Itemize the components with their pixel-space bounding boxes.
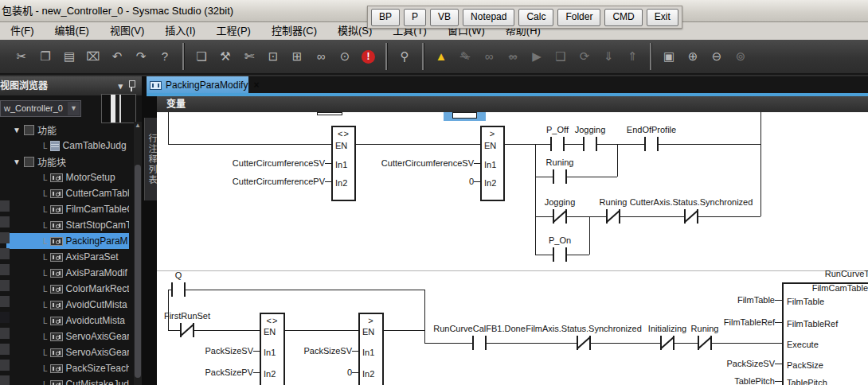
zoom-fit-icon[interactable]: ▣ (657, 45, 681, 68)
contact-label[interactable]: CutterAxis.Status.Synchronized (630, 197, 753, 207)
scroll-up-icon[interactable]: ▲ (134, 122, 142, 130)
fb-instance-name[interactable]: RunCurveT (825, 269, 868, 278)
contact-label[interactable]: Runing (691, 324, 719, 333)
offline-mode-icon[interactable]: ⚲ (393, 45, 416, 68)
sidebar-scrollbar[interactable]: ▲ (134, 122, 142, 385)
edit-disabled-icon[interactable]: ✎ (453, 45, 477, 68)
tree-item-CutterCamTabl[interactable]: LCutterCamTabl (6, 185, 129, 201)
tree-item-ColorMarkRect[interactable]: LColorMarkRect (6, 281, 129, 297)
clipped-element[interactable] (317, 112, 342, 115)
tree-item-MotorSetup[interactable]: LMotorSetup (6, 169, 129, 185)
launcher-button-folder[interactable]: Folder (557, 9, 600, 26)
compare-function-block[interactable]: <>ENIn1In2 (331, 126, 356, 201)
controller-select[interactable]: w_Controller_0 ▼ (0, 100, 81, 117)
launcher-button-exit[interactable]: Exit (647, 9, 678, 26)
launcher-button-notepad[interactable]: Notepad (463, 9, 514, 26)
help-icon[interactable]: ? (153, 45, 177, 68)
delete-icon[interactable]: ⌧ (81, 45, 105, 68)
contact-label[interactable]: Jogging (575, 125, 606, 134)
redo-icon[interactable]: ↷ (129, 45, 153, 68)
operand-label[interactable]: PackSizeSV (205, 346, 253, 356)
scrollbar-thumb[interactable] (135, 165, 141, 378)
layers-icon[interactable]: ❑ (549, 45, 573, 68)
cut-icon[interactable]: ✂ (10, 45, 33, 68)
close-icon[interactable]: × (253, 80, 259, 91)
tree-item-PackSizeTeach[interactable]: LPackSizeTeach (6, 360, 129, 376)
monitor-warning-icon[interactable]: ▲ (429, 45, 453, 68)
copy-icon[interactable]: ❐ (33, 45, 57, 68)
tree-item-CutMistakeJud[interactable]: LCutMistakeJud (6, 376, 129, 385)
tree-item-AxisParaModif[interactable]: LAxisParaModif (6, 265, 129, 281)
contact-label[interactable]: Runing (546, 158, 574, 167)
paste-icon[interactable]: ▤ (57, 45, 81, 68)
transfer-to-controller-icon[interactable]: ⇓ (596, 45, 620, 68)
operand-label[interactable]: CutterCircumferenceSV (381, 158, 474, 168)
operand-label[interactable]: PackSizeSV (303, 346, 352, 356)
tab-packingparamodify[interactable]: PackingParaModify × (147, 76, 248, 94)
search-icon[interactable]: ⊙ (333, 45, 357, 68)
contact-label[interactable]: P_On (549, 235, 571, 245)
tree-item-AvoidcutMista[interactable]: LAvoidcutMista (6, 313, 129, 329)
window-icon[interactable]: ❏ (190, 45, 213, 68)
contact-label[interactable]: FirstRunSet (164, 311, 210, 321)
contact-label[interactable]: Initializing (648, 324, 686, 333)
tree-item-ServoAxisGearI[interactable]: LServoAxisGearI (6, 329, 129, 344)
operand-label[interactable]: TablePitch (734, 376, 775, 385)
undo-icon[interactable]: ↶ (105, 45, 129, 68)
contact-label[interactable]: Q (175, 270, 182, 280)
tree-item-FilmCamTableC[interactable]: LFilmCamTableC (6, 201, 129, 217)
launcher-button-vb[interactable]: VB (430, 9, 459, 26)
syntax-check-icon[interactable]: ∞ (309, 45, 333, 68)
tree-item-CamTableJudg[interactable]: LCamTableJudg (6, 138, 129, 154)
chevron-down-icon[interactable]: ▼ (68, 102, 80, 115)
operand-label[interactable]: CutterCircumferencePV (233, 177, 325, 186)
menu-item-5[interactable]: 控制器(C) (261, 22, 327, 40)
run-icon[interactable]: ▶ (525, 45, 549, 68)
tree-item-AxisParaSet[interactable]: LAxisParaSet (6, 249, 129, 265)
launcher-button-p[interactable]: P (404, 9, 426, 26)
operand-label[interactable]: PackSizePV (205, 368, 253, 377)
operand-label[interactable]: FilmTable (737, 295, 775, 305)
chevron-down-icon[interactable]: ▾ (118, 76, 123, 95)
build-icon[interactable]: ⚒ (213, 45, 237, 68)
menu-item-1[interactable]: 编辑(E) (45, 22, 100, 40)
clipped-element[interactable] (452, 112, 477, 119)
menu-item-4[interactable]: 工程(P) (206, 22, 261, 40)
launcher-button-calc[interactable]: Calc (518, 9, 553, 26)
contact-label[interactable]: P_Off (546, 125, 569, 134)
check-all-programs-icon[interactable]: ⊞ (285, 45, 309, 68)
operand-label[interactable]: PackSizeSV (726, 359, 775, 368)
tree-item-功能块[interactable]: ▼功能块 (6, 154, 129, 169)
zoom-in-icon[interactable]: ⊕ (681, 45, 705, 68)
rebuild-icon[interactable]: ✄ (237, 45, 261, 68)
watch-off-icon[interactable]: ∞ (501, 45, 525, 68)
tree-item-PackingParaM[interactable]: LPackingParaM (6, 233, 129, 249)
contact-label[interactable]: Jogging (545, 197, 576, 207)
watch-icon[interactable]: ∞ (477, 45, 501, 68)
menu-item-0[interactable]: 件(F) (0, 22, 45, 40)
operand-label[interactable]: FilmTableRef (724, 317, 775, 327)
sync-icon[interactable]: ⟳ (573, 45, 596, 68)
launcher-button-cmd[interactable]: CMD (604, 9, 642, 26)
tree-item-ServoAxisGeart[interactable]: LServoAxisGeart (6, 344, 129, 360)
launcher-button-bp[interactable]: BP (371, 9, 400, 26)
tree-item-StartStopCamT[interactable]: LStartStopCamT (6, 217, 129, 233)
contact-label[interactable]: RunCurveCalFB1.Done (433, 324, 526, 333)
check-program-icon[interactable]: ⊡ (261, 45, 285, 68)
contact-label[interactable]: FilmAxis.Status.Synchronized (526, 324, 642, 333)
compare-function-block[interactable]: >ENIn1In2 (480, 126, 505, 201)
tree-item-功能[interactable]: ▼功能 (6, 122, 129, 138)
tree-expand-icon[interactable]: ▼ (13, 126, 24, 134)
operand-label[interactable]: CutterCircumferenceSV (233, 158, 325, 168)
tree-expand-icon[interactable]: ▼ (13, 158, 24, 166)
compare-function-block[interactable]: >ENIn1In2 (358, 313, 384, 385)
zoom-100-icon[interactable]: ⊚ (729, 45, 753, 68)
menu-item-2[interactable]: 视图(V) (100, 22, 154, 40)
filmcamtable-function-block[interactable]: FilmTableFilmTableRefExecutePackSizeTabl… (782, 282, 868, 385)
contact-label[interactable]: EndOfProfile (627, 125, 676, 134)
variables-bar[interactable]: 变量 (157, 96, 868, 113)
compare-function-block[interactable]: <>ENIn1In2 (260, 313, 285, 385)
transfer-from-controller-icon[interactable]: ⇑ (620, 45, 644, 68)
contact-label[interactable]: Runing (600, 197, 628, 207)
menu-item-3[interactable]: 插入(I) (154, 22, 205, 40)
